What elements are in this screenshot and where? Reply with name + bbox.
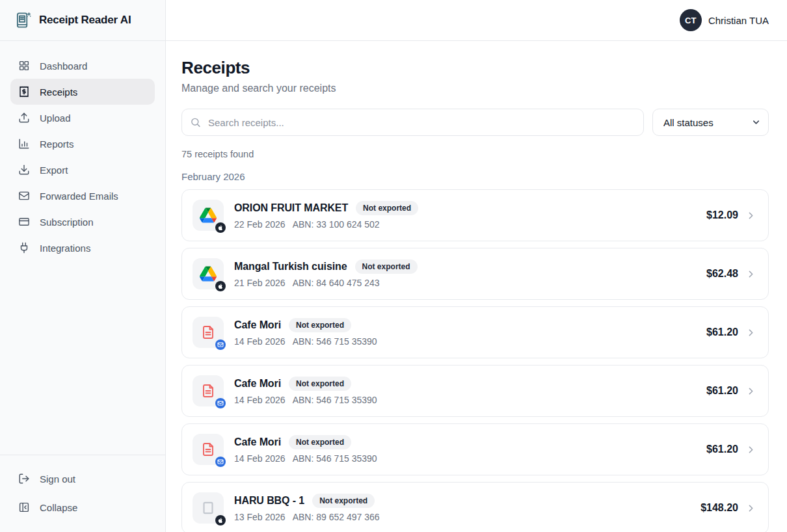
chevron-right-icon [745, 503, 756, 514]
receipt-amount-area: $61.20 [706, 444, 756, 455]
receipt-icon [18, 86, 30, 98]
status-badge: Not exported [355, 259, 418, 274]
sidebar-bottom: Sign out Collapse [0, 455, 165, 532]
merchant-name: HARU BBQ - 1 [234, 495, 304, 507]
receipt-source-thumbnail [193, 434, 224, 465]
receipt-info: Cafe Mori Not exported 14 Feb 2026 ABN: … [234, 377, 706, 405]
sidebar-item-subscription[interactable]: Subscription [10, 209, 155, 235]
status-badge: Not exported [289, 377, 351, 391]
apple-badge-icon [215, 222, 226, 233]
sidebar-item-forwarded-emails[interactable]: Forwarded Emails [10, 183, 155, 209]
month-group-label: February 2026 [181, 171, 769, 182]
page-title: Receipts [181, 58, 769, 78]
receipt-amount: $61.20 [706, 385, 738, 397]
receipt-row[interactable]: Mangal Turkish cuisine Not exported 21 F… [181, 248, 769, 300]
top-header: CT Christian TUA [166, 0, 787, 41]
receipt-abn: ABN: 546 715 35390 [293, 336, 377, 347]
receipt-source-thumbnail [193, 317, 224, 348]
sidebar-item-export[interactable]: Export [10, 157, 155, 183]
image-placeholder-icon [200, 499, 217, 516]
sidebar-item-label: Reports [40, 139, 74, 150]
receipt-amount: $12.09 [706, 209, 738, 221]
receipt-date: 14 Feb 2026 [234, 336, 286, 347]
app-title: Receipt Reader AI [39, 14, 131, 27]
user-menu[interactable]: CT Christian TUA [680, 9, 769, 31]
merchant-name: ORION FRUIT MARKET [234, 202, 348, 214]
status-filter-select[interactable]: All statuses [652, 109, 769, 136]
sidebar-item-label: Dashboard [40, 60, 87, 72]
merchant-name: Cafe Mori [234, 378, 281, 390]
receipt-amount: $148.20 [700, 502, 738, 514]
receipt-source-thumbnail [193, 492, 224, 524]
receipt-abn: ABN: 33 100 624 502 [293, 219, 380, 230]
collapse-sidebar-button[interactable]: Collapse [10, 494, 155, 520]
receipt-abn: ABN: 546 715 35390 [293, 395, 377, 405]
mail-icon [18, 190, 30, 202]
google-drive-icon [200, 265, 217, 282]
credit-card-icon [18, 216, 30, 228]
receipt-amount: $61.20 [706, 444, 738, 455]
sidebar-item-integrations[interactable]: Integrations [10, 235, 155, 261]
document-icon [200, 325, 216, 340]
upload-icon [18, 112, 30, 124]
receipt-date: 21 Feb 2026 [234, 278, 286, 288]
email-badge-icon [215, 339, 226, 350]
sign-out-icon [18, 473, 30, 485]
chevron-right-icon [745, 327, 756, 338]
receipt-row[interactable]: Cafe Mori Not exported 14 Feb 2026 ABN: … [181, 423, 769, 475]
receipt-info: Cafe Mori Not exported 14 Feb 2026 ABN: … [234, 318, 706, 347]
merchant-name: Cafe Mori [234, 319, 281, 331]
sidebar-item-label: Integrations [40, 243, 90, 254]
apple-badge-icon [215, 281, 226, 291]
receipt-info: HARU BBQ - 1 Not exported 13 Feb 2026 AB… [234, 494, 700, 522]
receipt-source-thumbnail [193, 375, 224, 406]
receipt-date: 14 Feb 2026 [234, 453, 286, 464]
results-count: 75 receipts found [181, 149, 769, 159]
status-badge: Not exported [289, 435, 351, 449]
collapse-label: Collapse [40, 502, 77, 513]
main-area: CT Christian TUA Receipts Manage and sea… [166, 0, 787, 532]
receipt-info: ORION FRUIT MARKET Not exported 22 Feb 2… [234, 201, 706, 230]
page-subtitle: Manage and search your receipts [181, 83, 769, 94]
sidebar-nav: Dashboard Receipts Upload Reports Export… [0, 41, 165, 273]
avatar: CT [680, 9, 702, 31]
receipt-amount: $62.48 [706, 268, 738, 280]
sign-out-label: Sign out [40, 473, 75, 485]
sidebar-item-label: Upload [40, 113, 71, 124]
receipt-row[interactable]: HARU BBQ - 1 Not exported 13 Feb 2026 AB… [181, 482, 769, 532]
chevron-right-icon [745, 444, 756, 455]
receipt-row[interactable]: Cafe Mori Not exported 14 Feb 2026 ABN: … [181, 306, 769, 358]
receipt-abn: ABN: 84 640 475 243 [293, 278, 380, 288]
chevron-right-icon [745, 386, 756, 397]
receipt-list: ORION FRUIT MARKET Not exported 22 Feb 2… [181, 189, 769, 532]
receipt-info: Cafe Mori Not exported 14 Feb 2026 ABN: … [234, 435, 706, 464]
app-logo-icon [13, 10, 33, 30]
search-input[interactable] [181, 109, 644, 136]
email-badge-icon [215, 457, 226, 467]
receipt-source-thumbnail [193, 200, 224, 231]
user-name: Christian TUA [708, 15, 769, 26]
receipt-amount-area: $61.20 [706, 326, 756, 338]
email-badge-icon [215, 398, 226, 408]
receipt-row[interactable]: Cafe Mori Not exported 14 Feb 2026 ABN: … [181, 365, 769, 417]
receipt-amount-area: $61.20 [706, 385, 756, 397]
sign-out-button[interactable]: Sign out [10, 466, 155, 492]
dashboard-icon [18, 60, 30, 72]
sidebar-item-dashboard[interactable]: Dashboard [10, 53, 155, 79]
receipt-row[interactable]: ORION FRUIT MARKET Not exported 22 Feb 2… [181, 189, 769, 241]
apple-badge-icon [215, 515, 226, 525]
sidebar-item-upload[interactable]: Upload [10, 105, 155, 131]
status-badge: Not exported [312, 494, 375, 508]
document-icon [200, 383, 216, 399]
sidebar-item-receipts[interactable]: Receipts [10, 79, 155, 105]
sidebar: Receipt Reader AI Dashboard Receipts Upl… [0, 0, 166, 532]
merchant-name: Mangal Turkish cuisine [234, 261, 347, 273]
download-icon [18, 164, 30, 176]
filters-row: All statuses [181, 109, 769, 136]
status-badge: Not exported [356, 201, 418, 215]
receipt-date: 14 Feb 2026 [234, 395, 286, 405]
receipt-amount-area: $148.20 [700, 502, 756, 514]
sidebar-item-reports[interactable]: Reports [10, 131, 155, 157]
receipt-date: 22 Feb 2026 [234, 219, 286, 230]
chevron-right-icon [745, 269, 756, 280]
